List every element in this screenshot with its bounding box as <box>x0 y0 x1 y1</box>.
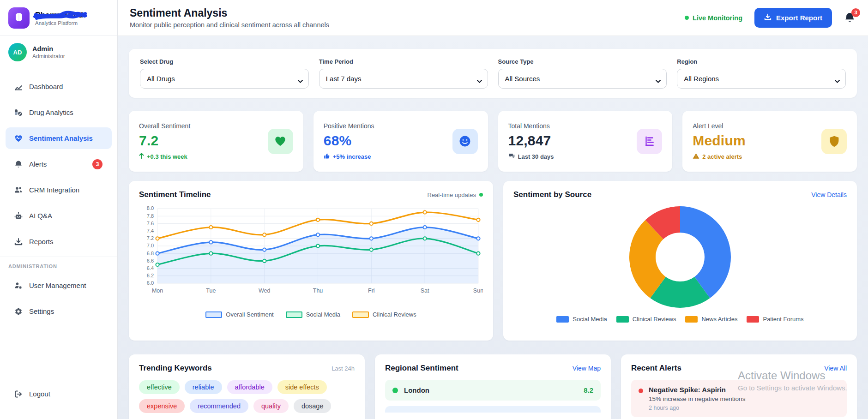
source-donut-chart <box>513 202 847 313</box>
gear-icon <box>14 307 23 316</box>
svg-text:7.2: 7.2 <box>147 235 154 241</box>
svg-text:6.8: 6.8 <box>147 251 154 256</box>
stat-value: 7.2 <box>139 133 190 149</box>
legend-item: Clinical Reviews <box>352 311 416 318</box>
export-report-button[interactable]: Export Report <box>754 8 832 28</box>
source-type-select[interactable]: All Sources <box>498 69 667 89</box>
stat-subtext: 2 active alerts <box>693 153 746 161</box>
sidebar-item-dashboard[interactable]: Dashboard <box>6 76 112 97</box>
sign-out-icon <box>14 389 23 399</box>
filter-time-period: Time Period Last 7 days <box>319 58 488 89</box>
notifications-bell-button[interactable]: 3 <box>844 12 856 24</box>
svg-text:Mon: Mon <box>152 287 163 294</box>
alert-title: Negative Spike: Aspirin <box>649 386 745 394</box>
sidebar-item-label: Sentiment Analysis <box>29 134 93 142</box>
sidebar-item-user-management[interactable]: User Management <box>6 275 112 296</box>
view-map-link[interactable]: View Map <box>573 365 601 372</box>
filter-label: Select Drug <box>140 58 309 65</box>
svg-text:6.4: 6.4 <box>147 265 154 271</box>
source-title: Sentiment by Source <box>513 190 591 199</box>
region-select[interactable]: All Regions <box>677 69 846 89</box>
alert-description: 15% increase in negative mentions <box>649 395 745 402</box>
legend-item: Patient Forums <box>747 316 803 323</box>
time-period-select[interactable]: Last 7 days <box>319 69 488 89</box>
region-name: London <box>404 386 429 394</box>
legend-swatch <box>747 316 759 323</box>
export-report-label: Export Report <box>776 14 822 22</box>
live-monitoring-label: Live Monitoring <box>693 14 742 22</box>
keywords-period: Last 24h <box>332 365 355 372</box>
stat-subtext: +5% increase <box>324 153 374 161</box>
stat-card-alert-level: Alert Level Medium 2 active alerts <box>682 111 857 172</box>
download-icon <box>764 13 772 22</box>
legend-item: News Articles <box>685 316 737 323</box>
user-role: Administrator <box>32 53 65 60</box>
stat-value: Medium <box>693 133 746 149</box>
svg-text:7.0: 7.0 <box>147 243 154 249</box>
keyword-pill: reliable <box>185 380 222 394</box>
green-dot-icon <box>479 193 483 197</box>
svg-text:7.4: 7.4 <box>147 228 154 233</box>
sentiment-timeline-card: Sentiment Timeline Real-time updates 6.0… <box>129 181 493 341</box>
drug-select[interactable]: All Drugs <box>140 69 309 89</box>
sentiment-timeline-chart: 6.06.26.46.66.87.07.27.47.67.88.0MonTueW… <box>139 205 483 307</box>
sidebar-item-label: Dashboard <box>29 83 63 90</box>
stat-card-total-mentions: Total Mentions 12,847 Last 30 days <box>498 111 673 172</box>
filter-label: Region <box>677 58 846 65</box>
user-name: Admin <box>32 45 65 53</box>
stat-value: 12,847 <box>508 133 554 149</box>
sidebar-item-alerts[interactable]: Alerts 3 <box>6 153 112 175</box>
svg-text:6.2: 6.2 <box>147 273 154 278</box>
sidebar-divider <box>0 257 117 257</box>
thumbs-up-icon <box>324 153 330 161</box>
sidebar-item-label: AI Q&A <box>29 212 52 220</box>
legend-swatch <box>286 311 302 318</box>
view-all-link[interactable]: View All <box>824 365 847 372</box>
legend-swatch <box>685 316 698 323</box>
legend-swatch <box>352 311 369 318</box>
arrow-up-icon <box>139 153 144 160</box>
download-tray-icon <box>14 237 23 246</box>
svg-text:Sun: Sun <box>473 287 483 294</box>
sidebar-item-label: Logout <box>29 390 50 398</box>
svg-text:8.0: 8.0 <box>147 206 154 211</box>
sidebar-nav: Dashboard Drug Analytics Sentiment Analy… <box>0 69 117 326</box>
heart-pulse-icon <box>14 134 23 143</box>
page-title: Sentiment Analysis <box>130 7 329 19</box>
page-header: Sentiment Analysis Monitor public percep… <box>118 0 868 36</box>
sidebar-item-crm-integration[interactable]: CRM Integration <box>6 179 112 201</box>
keywords-list: effective reliable affordable side effec… <box>139 380 355 413</box>
chart-line-icon <box>14 82 23 91</box>
filter-region: Region All Regions <box>677 58 846 89</box>
trending-keywords-card: Trending Keywords Last 24h effective rel… <box>129 354 365 419</box>
sidebar: PharmaMind Analytics Platform AD Admin A… <box>0 0 118 419</box>
regional-title: Regional Sentiment <box>385 364 458 373</box>
avatar: AD <box>8 43 27 61</box>
sidebar-item-settings[interactable]: Settings <box>6 300 112 322</box>
timeline-legend: Overall Sentiment Social Media Clinical … <box>139 311 483 318</box>
sidebar-item-label: User Management <box>29 281 86 289</box>
sidebar-item-drug-analytics[interactable]: Drug Analytics <box>6 102 112 123</box>
svg-text:Fri: Fri <box>368 287 375 294</box>
sidebar-item-sentiment-analysis[interactable]: Sentiment Analysis <box>6 127 112 149</box>
legend-swatch <box>205 311 222 318</box>
stats-row: Overall Sentiment 7.2 +0.3 this week Pos… <box>129 111 857 172</box>
sidebar-item-logout[interactable]: Logout <box>6 383 112 405</box>
view-details-link[interactable]: View Details <box>811 191 847 198</box>
stat-subtext: Last 30 days <box>508 153 554 161</box>
sidebar-item-reports[interactable]: Reports <box>6 231 112 252</box>
brand-block: PharmaMind Analytics Platform <box>0 0 117 36</box>
filter-select-drug: Select Drug All Drugs <box>140 58 309 89</box>
alert-timestamp: 2 hours ago <box>649 405 745 411</box>
page-subtitle: Monitor public perception and clinical s… <box>130 21 329 29</box>
bell-icon <box>844 17 856 25</box>
warning-triangle-icon <box>693 153 699 161</box>
region-row-london: London 8.2 <box>385 380 601 401</box>
recent-alerts-card: Recent Alerts View All Negative Spike: A… <box>621 354 857 419</box>
legend-item: Social Media <box>556 316 607 323</box>
legend-item: Clinical Reviews <box>616 316 676 323</box>
comments-icon <box>508 153 515 161</box>
legend-item: Overall Sentiment <box>205 311 273 318</box>
sidebar-item-ai-qa[interactable]: AI Q&A <box>6 205 112 227</box>
stat-label: Overall Sentiment <box>139 122 190 130</box>
